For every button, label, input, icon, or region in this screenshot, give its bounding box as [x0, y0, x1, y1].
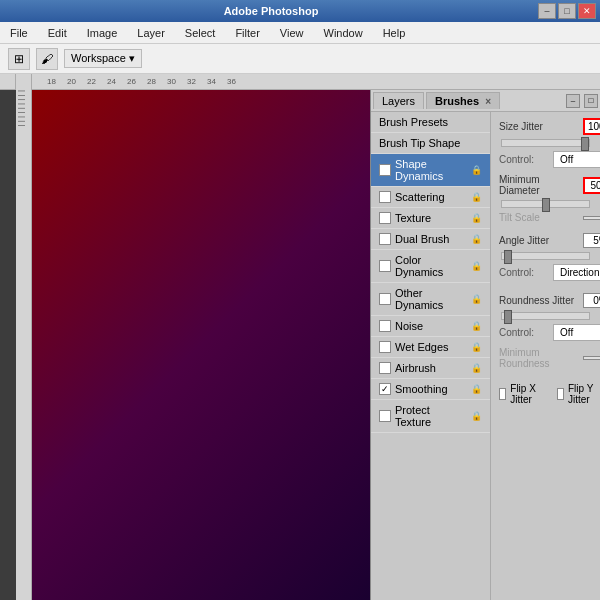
other-dynamics-checkbox[interactable] — [379, 293, 391, 305]
menu-window[interactable]: Window — [320, 25, 367, 41]
scattering-lock-icon: 🔒 — [471, 192, 482, 202]
menu-edit[interactable]: Edit — [44, 25, 71, 41]
flip-y-item: Flip Y Jitter — [557, 383, 595, 405]
close-button[interactable]: ✕ — [578, 3, 596, 19]
ruler-num-4: 24 — [96, 77, 116, 86]
airbrush-lock-icon: 🔒 — [471, 363, 482, 373]
smoothing-label: Smoothing — [395, 383, 448, 395]
toolbar-icon-1[interactable]: ⊞ — [8, 48, 30, 70]
brush-list-item-shape-dynamics[interactable]: ✓ Shape Dynamics 🔒 — [371, 154, 490, 187]
brush-list-item-presets[interactable]: Brush Presets — [371, 112, 490, 133]
ruler-num-2: 20 — [56, 77, 76, 86]
brush-list-item-noise[interactable]: Noise 🔒 — [371, 316, 490, 337]
roundness-jitter-slider-row — [499, 312, 592, 320]
angle-jitter-value[interactable]: 5% — [583, 233, 600, 248]
toolbar-icon-2[interactable]: 🖌 — [36, 48, 58, 70]
menu-file[interactable]: File — [6, 25, 32, 41]
scattering-checkbox[interactable] — [379, 191, 391, 203]
menu-select[interactable]: Select — [181, 25, 220, 41]
brush-list-item-scattering[interactable]: Scattering 🔒 — [371, 187, 490, 208]
brush-list-item-smoothing[interactable]: ✓ Smoothing 🔒 — [371, 379, 490, 400]
control1-row: Control: Off Fade Pen Pressure Pen Tilt — [499, 151, 592, 168]
shape-dynamics-checkbox[interactable]: ✓ — [379, 164, 391, 176]
panel-expand-btn[interactable]: □ — [584, 94, 598, 108]
tab-layers[interactable]: Layers — [373, 92, 424, 109]
menu-layer[interactable]: Layer — [133, 25, 169, 41]
angle-jitter-slider[interactable] — [501, 252, 590, 260]
title-bar: Adobe Photoshop – □ ✕ — [0, 0, 600, 22]
title-bar-buttons: – □ ✕ — [538, 3, 596, 19]
texture-checkbox[interactable] — [379, 212, 391, 224]
control1-select[interactable]: Off Fade Pen Pressure Pen Tilt — [553, 151, 600, 168]
flip-y-checkbox[interactable] — [557, 388, 564, 400]
minimize-button[interactable]: – — [538, 3, 556, 19]
control3-select[interactable]: Off Fade Pen Pressure Pen Tilt — [553, 324, 600, 341]
color-dynamics-lock-icon: 🔒 — [471, 261, 482, 271]
menu-filter[interactable]: Filter — [231, 25, 263, 41]
ruler-numbers: 18 20 22 24 26 28 30 32 34 36 — [36, 77, 236, 86]
dual-brush-label: Dual Brush — [395, 233, 449, 245]
size-jitter-value[interactable]: 100% — [583, 118, 600, 135]
maximize-button[interactable]: □ — [558, 3, 576, 19]
roundness-jitter-value[interactable]: 0% — [583, 293, 600, 308]
dual-brush-checkbox[interactable] — [379, 233, 391, 245]
panel-minimize-btn[interactable]: – — [566, 94, 580, 108]
noise-checkbox[interactable] — [379, 320, 391, 332]
flip-x-item: Flip X Jitter — [499, 383, 537, 405]
airbrush-checkbox[interactable] — [379, 362, 391, 374]
wet-edges-label: Wet Edges — [395, 341, 449, 353]
size-jitter-slider[interactable] — [501, 139, 590, 147]
control2-select[interactable]: Off Fade Pen Pressure Pen Tilt Direction… — [553, 264, 600, 281]
brush-list-item-wet-edges[interactable]: Wet Edges 🔒 — [371, 337, 490, 358]
ruler-left: | | | | | | | | | — [16, 74, 32, 600]
canvas-area[interactable] — [32, 90, 370, 600]
smoothing-checkbox[interactable]: ✓ — [379, 383, 391, 395]
shape-dynamics-lock-icon: 🔒 — [471, 165, 482, 175]
angle-jitter-label: Angle Jitter — [499, 235, 579, 246]
protect-texture-lock-icon: 🔒 — [471, 411, 482, 421]
angle-jitter-thumb[interactable] — [504, 250, 512, 264]
workspace-button[interactable]: Workspace ▾ — [64, 49, 142, 68]
tilt-scale-row: Tilt Scale — [499, 212, 592, 223]
texture-label: Texture — [395, 212, 431, 224]
control2-select-container: Off Fade Pen Pressure Pen Tilt Direction… — [553, 264, 600, 281]
control2-label: Control: — [499, 267, 549, 278]
brush-list-item-texture[interactable]: Texture 🔒 — [371, 208, 490, 229]
size-jitter-label: Size Jitter — [499, 121, 579, 132]
ruler-num-10: 36 — [216, 77, 236, 86]
menu-view[interactable]: View — [276, 25, 308, 41]
size-jitter-thumb[interactable] — [581, 137, 589, 151]
airbrush-label: Airbrush — [395, 362, 436, 374]
min-roundness-row: Minimum Roundness — [499, 347, 592, 369]
menu-image[interactable]: Image — [83, 25, 122, 41]
ruler-num-1: 18 — [36, 77, 56, 86]
control2-row: Control: Off Fade Pen Pressure Pen Tilt … — [499, 264, 592, 281]
texture-lock-icon: 🔒 — [471, 213, 482, 223]
min-roundness-label: Minimum Roundness — [499, 347, 579, 369]
ruler-num-6: 28 — [136, 77, 156, 86]
roundness-jitter-thumb[interactable] — [504, 310, 512, 324]
roundness-jitter-slider[interactable] — [501, 312, 590, 320]
tab-brushes[interactable]: Brushes × — [426, 92, 500, 109]
brush-list-item-protect-texture[interactable]: Protect Texture 🔒 — [371, 400, 490, 433]
brush-list-item-color-dynamics[interactable]: Color Dynamics 🔒 — [371, 250, 490, 283]
brush-list-item-airbrush[interactable]: Airbrush 🔒 — [371, 358, 490, 379]
brush-list-item-tip-shape[interactable]: Brush Tip Shape — [371, 133, 490, 154]
wet-edges-checkbox[interactable] — [379, 341, 391, 353]
ruler-top: 18 20 22 24 26 28 30 32 34 36 — [32, 74, 600, 90]
brushes-close-icon[interactable]: × — [485, 96, 491, 107]
min-roundness-value — [583, 356, 600, 360]
flip-x-checkbox[interactable] — [499, 388, 506, 400]
protect-texture-checkbox[interactable] — [379, 410, 391, 422]
brush-list-item-dual-brush[interactable]: Dual Brush 🔒 — [371, 229, 490, 250]
menu-help[interactable]: Help — [379, 25, 410, 41]
min-diameter-value[interactable]: 50% — [583, 177, 600, 194]
color-dynamics-checkbox[interactable] — [379, 260, 391, 272]
brush-list-item-other-dynamics[interactable]: Other Dynamics 🔒 — [371, 283, 490, 316]
min-diameter-thumb[interactable] — [542, 198, 550, 212]
brush-tip-shape-label: Brush Tip Shape — [379, 137, 460, 149]
other-dynamics-lock-icon: 🔒 — [471, 294, 482, 304]
color-dynamics-label: Color Dynamics — [395, 254, 467, 278]
control3-select-container: Off Fade Pen Pressure Pen Tilt — [553, 324, 600, 341]
min-diameter-slider[interactable] — [501, 200, 590, 208]
